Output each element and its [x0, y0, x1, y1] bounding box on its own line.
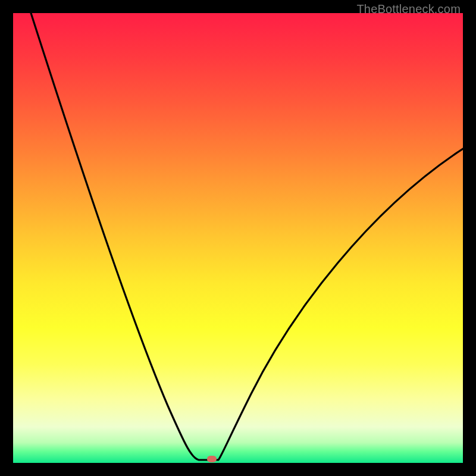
chart-frame: TheBottleneck.com — [0, 0, 476, 476]
curve-path — [31, 13, 463, 460]
watermark-text: TheBottleneck.com — [356, 2, 461, 16]
bottleneck-curve — [13, 13, 463, 463]
optimum-marker — [207, 456, 217, 462]
plot-area — [13, 13, 463, 463]
